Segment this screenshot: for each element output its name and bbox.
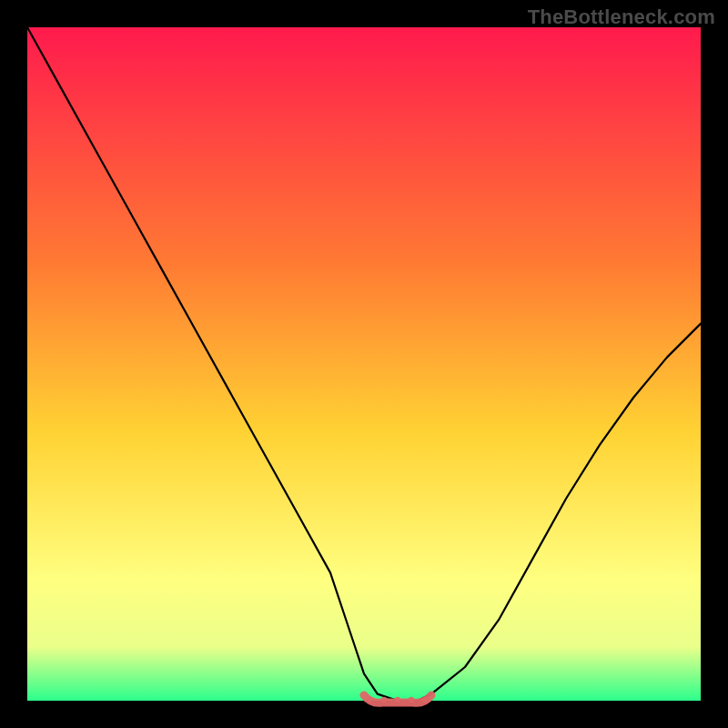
chart-frame: TheBottleneck.com	[0, 0, 728, 728]
svg-point-2	[395, 697, 400, 703]
svg-point-3	[409, 697, 414, 703]
bottleneck-chart	[0, 0, 728, 728]
plot-background	[27, 27, 701, 701]
svg-point-1	[381, 697, 387, 703]
watermark-text: TheBottleneck.com	[528, 5, 715, 29]
svg-point-0	[367, 697, 372, 703]
svg-point-4	[423, 697, 429, 703]
